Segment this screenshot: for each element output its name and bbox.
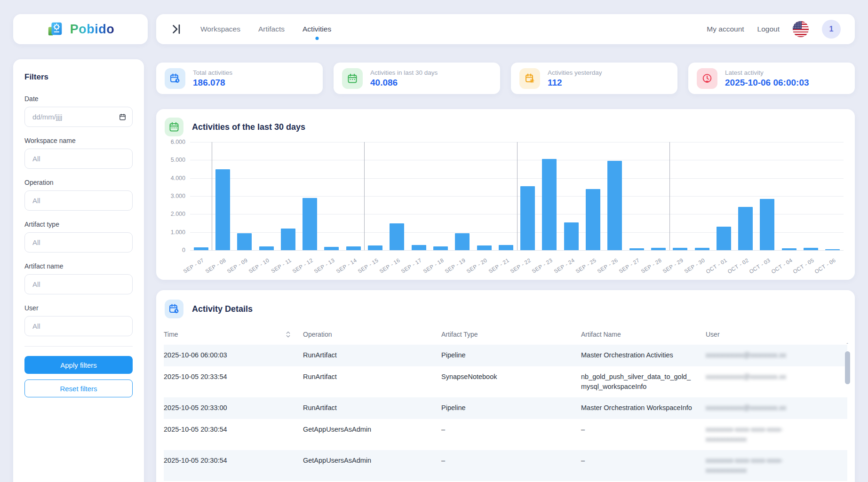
bar-sep---11[interactable] [281, 229, 295, 250]
scroll-up-icon[interactable]: ˆ [846, 343, 848, 348]
cell-operation: RunArtifact [303, 403, 441, 413]
avatar[interactable]: 1 [822, 20, 841, 39]
column-header-time[interactable]: Time [164, 331, 303, 338]
filter-input-operation[interactable] [24, 190, 133, 211]
stat-label: Latest activity [725, 69, 809, 76]
bar-sep---13[interactable] [324, 247, 339, 250]
cell-user: xxxxxxxx-xxxx-xxxx-xxxx-xxxxxxxxxxxx [706, 456, 847, 475]
x-axis-label: SEP - 16 [379, 257, 401, 274]
y-axis-tick-label: 6.000 [171, 139, 185, 145]
bar-sep---28[interactable] [651, 248, 666, 250]
chart-header: Activities of the last 30 days [156, 109, 855, 136]
x-axis-label: SEP - 11 [270, 257, 292, 274]
table-row[interactable]: 2025-10-05 20:30:54GetAppUsersAsAdmin––x… [164, 419, 847, 450]
y-axis-tick-label: 0 [182, 247, 185, 253]
table-scrollbar[interactable]: ˆ [844, 343, 850, 384]
cell-artifact-type: SynapseNotebook [441, 372, 581, 382]
activities-chart-card: Activities of the last 30 days 6.0005.00… [156, 109, 855, 280]
x-axis-label: SEP - 12 [291, 257, 314, 274]
cell-artifact-type: – [441, 425, 581, 435]
bar-sep---29[interactable] [673, 248, 687, 250]
bar-oct---04[interactable] [782, 248, 796, 250]
bar-sep---17[interactable] [412, 245, 426, 250]
nav-item-label: Workspaces [200, 25, 240, 33]
table-row[interactable]: 2025-10-05 20:33:00RunArtifactPipelineMa… [164, 397, 847, 419]
stat-card-activities-in-last-30-days: Activities in last 30 days40.086 [334, 63, 500, 94]
logo-card: Pobido [13, 14, 148, 44]
chart-plot-area [190, 142, 844, 250]
cell-operation: GetAppUsersAsAdmin [303, 425, 441, 435]
cell-time: 2025-10-05 20:30:54 [164, 456, 303, 466]
bar-sep---15[interactable] [368, 245, 382, 250]
cell-artifact-name: Master Orchestration Activities [581, 350, 706, 360]
x-axis-label: SEP - 30 [684, 257, 706, 274]
table-row[interactable]: 2025-10-06 06:00:03RunArtifactPipelineMa… [164, 345, 847, 366]
filter-input-date[interactable] [24, 107, 133, 127]
clock-icon [697, 68, 717, 89]
calendar-picker-icon[interactable] [119, 113, 127, 121]
tab-artifacts[interactable]: Artifacts [258, 20, 285, 38]
cell-artifact-name: – [581, 456, 706, 466]
table-row[interactable]: 2025-10-05 20:30:54GetAppUsersAsAdmin––x… [164, 450, 847, 481]
nav-item-label: Activities [303, 25, 331, 33]
bar-oct---05[interactable] [804, 248, 818, 250]
filter-input-workspace-name[interactable] [24, 149, 133, 169]
bar-sep---22[interactable] [520, 186, 535, 250]
filters-title: Filters [24, 72, 133, 82]
table-row[interactable]: 2025-10-05 20:33:54RunArtifactSynapseNot… [164, 366, 847, 397]
cell-user: xxxxxxxx-xxxx-xxxx-xxxx-xxxxxxxxxxxx [706, 425, 847, 444]
cell-time: 2025-10-06 06:00:03 [164, 350, 303, 360]
column-header-label: Artifact Type [441, 331, 478, 338]
cell-time: 2025-10-05 20:30:54 [164, 425, 303, 435]
apply-filters-button[interactable]: Apply filters [24, 356, 133, 374]
bar-sep---18[interactable] [433, 246, 448, 250]
bar-sep---08[interactable] [215, 169, 230, 251]
logout-link[interactable]: Logout [757, 25, 780, 33]
bar-sep---12[interactable] [303, 198, 317, 250]
cell-artifact-type: Pipeline [441, 403, 581, 413]
reset-filters-button[interactable]: Reset filters [24, 379, 133, 397]
bar-sep---24[interactable] [564, 222, 579, 250]
bar-sep---23[interactable] [542, 159, 557, 250]
table-title: Activity Details [192, 304, 253, 314]
tab-workspaces[interactable]: Workspaces [200, 20, 240, 38]
bar-sep---09[interactable] [237, 233, 252, 250]
redacted-user-text: xxxxxxxxxxxx [706, 466, 837, 475]
sort-icon[interactable] [286, 331, 291, 338]
bar-sep---07[interactable] [194, 247, 208, 250]
bar-sep---25[interactable] [586, 189, 600, 250]
bar-sep---19[interactable] [455, 233, 470, 250]
bar-oct---03[interactable] [760, 199, 774, 250]
x-axis-label: SEP - 10 [248, 257, 271, 274]
filter-input-artifact-name[interactable] [24, 274, 133, 294]
filter-input-user[interactable] [24, 316, 133, 336]
cell-time: 2025-10-05 20:33:00 [164, 403, 303, 413]
bar-sep---27[interactable] [629, 248, 644, 250]
bar-sep---30[interactable] [695, 248, 709, 250]
table-body: 2025-10-06 06:00:03RunArtifactPipelineMa… [164, 345, 847, 482]
bar-sep---10[interactable] [259, 246, 274, 250]
us-flag-icon[interactable] [793, 21, 809, 37]
cell-operation: RunArtifact [303, 350, 441, 360]
bar-sep---20[interactable] [477, 245, 492, 250]
stat-card-total-activities: Total activities186.078 [156, 63, 323, 94]
column-header-operation: Operation [303, 331, 441, 338]
bar-oct---01[interactable] [717, 227, 731, 250]
stat-label: Total activities [193, 69, 232, 76]
x-axis-label: SEP - 21 [487, 257, 510, 274]
stat-text: Total activities186.078 [193, 69, 232, 88]
scrollbar-thumb[interactable] [845, 351, 850, 384]
filter-input-artifact-type[interactable] [24, 232, 133, 253]
gridline [190, 250, 844, 251]
my-account-link[interactable]: My account [707, 25, 744, 33]
tab-activities[interactable]: Activities [303, 20, 331, 38]
bar-sep---16[interactable] [390, 223, 404, 251]
x-axis-label: SEP - 15 [357, 257, 379, 274]
sidebar-collapse-icon[interactable] [170, 23, 183, 35]
bar-oct---02[interactable] [738, 207, 753, 250]
bar-sep---26[interactable] [607, 161, 622, 250]
bar-oct---06[interactable] [825, 249, 840, 250]
bar-sep---14[interactable] [346, 246, 361, 250]
bar-sep---21[interactable] [499, 245, 513, 251]
filter-label-artifact-type: Artifact type [24, 221, 133, 228]
